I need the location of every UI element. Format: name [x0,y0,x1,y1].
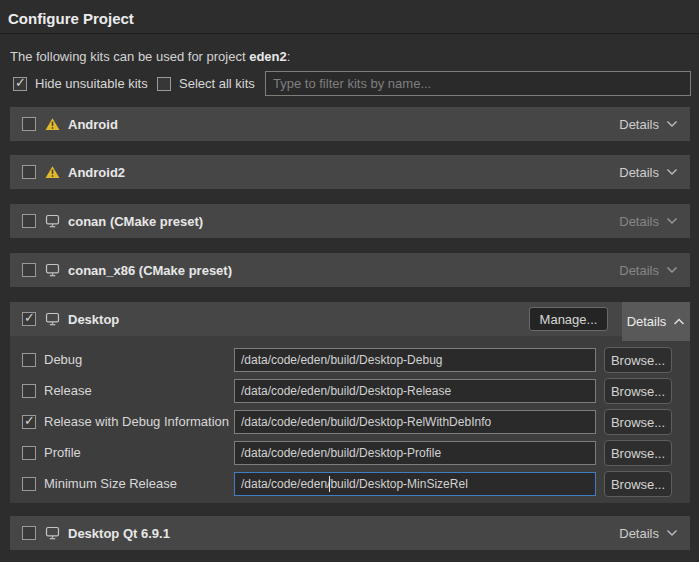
kit-checkbox[interactable] [22,526,36,540]
details-label: Details [619,117,659,132]
build-config-checkbox[interactable]: ✓ Release with Debug Information [22,414,229,429]
details-label: Details [627,314,667,329]
monitor-icon [44,526,60,540]
kit-checkbox[interactable] [22,117,36,131]
checkbox-box[interactable]: ✓ [22,415,36,429]
build-config-label: Release [44,383,92,398]
build-dir-input[interactable] [234,348,596,372]
browse-button[interactable]: Browse... [604,440,672,466]
select-all-kits-label: Select all kits [179,76,255,91]
kit-name: Desktop Qt 6.9.1 [68,526,170,541]
build-dir-input[interactable] [234,472,596,496]
kit-name: conan (CMake preset) [68,214,203,229]
configure-project-screen: Configure Project The following kits can… [0,0,699,562]
check-icon: ✓ [15,75,26,90]
build-dir-field [234,348,596,372]
checkbox-box[interactable] [22,384,36,398]
build-dir-field [234,441,596,465]
manage-kits-button[interactable]: Manage... [529,307,608,331]
check-icon: ✓ [24,413,35,428]
kit-row-android2[interactable]: Android2 Details [10,155,690,189]
details-toggle[interactable]: Details [617,253,680,287]
intro-prefix: The following kits can be used for proje… [10,49,249,64]
chevron-down-icon [666,217,678,225]
chevron-down-icon [666,168,678,176]
select-all-kits-checkbox[interactable]: Select all kits [157,76,255,91]
build-config-label: Minimum Size Release [44,476,177,491]
build-config-row-profile: Profile Browse... [10,441,690,465]
kit-checkbox[interactable] [22,165,36,179]
kit-name: Desktop [68,312,119,327]
details-label: Details [619,263,659,278]
build-dir-field-focused [234,472,596,496]
checkbox-box[interactable] [22,446,36,460]
build-dir-field [234,379,596,403]
warning-icon [44,117,60,131]
kit-name: conan_x86 (CMake preset) [68,263,232,278]
kit-checkbox[interactable] [22,263,36,277]
checkbox-box[interactable]: ✓ [13,77,27,91]
build-config-row-relwithdebinfo: ✓ Release with Debug Information Browse.… [10,410,690,434]
build-dir-input[interactable] [234,410,596,434]
page-title: Configure Project [8,10,134,27]
kit-filter-input[interactable] [265,71,691,96]
build-config-row-release: Release Browse... [10,379,690,403]
kit-section-desktop: ✓ Desktop Manage... Details Debug Browse… [10,302,690,503]
details-toggle[interactable]: Details [617,516,680,550]
details-toggle[interactable]: Details [617,204,680,238]
build-config-checkbox[interactable]: Profile [22,445,81,460]
details-toggle[interactable]: Details [617,107,680,141]
kit-row-desktop-qt-691[interactable]: Desktop Qt 6.9.1 Details [10,516,690,550]
build-config-label: Release with Debug Information [44,414,229,429]
warning-icon [44,165,60,179]
build-config-row-debug: Debug Browse... [10,348,690,372]
build-config-checkbox[interactable]: Minimum Size Release [22,476,177,491]
build-config-label: Profile [44,445,81,460]
text-cursor [329,476,330,492]
monitor-icon [44,263,60,277]
hide-unsuitable-kits-checkbox[interactable]: ✓ Hide unsuitable kits [13,76,148,91]
kit-name: Android2 [68,165,125,180]
intro-text: The following kits can be used for proje… [10,49,290,64]
build-config-label: Debug [44,352,82,367]
browse-button[interactable]: Browse... [604,471,672,497]
monitor-icon [44,214,60,228]
intro-suffix: : [287,49,291,64]
kit-row-conan[interactable]: conan (CMake preset) Details [10,204,690,238]
kit-filter-field [265,71,691,96]
kit-name: Android [68,117,118,132]
details-toggle[interactable]: Details [617,155,680,189]
build-dir-input[interactable] [234,379,596,403]
hide-unsuitable-kits-label: Hide unsuitable kits [35,76,148,91]
kit-checkbox[interactable] [22,214,36,228]
build-dir-input[interactable] [234,441,596,465]
build-config-checkbox[interactable]: Release [22,383,92,398]
chevron-down-icon [666,120,678,128]
browse-button[interactable]: Browse... [604,409,672,435]
chevron-down-icon [666,266,678,274]
kit-row-conan-x86[interactable]: conan_x86 (CMake preset) Details [10,253,690,287]
build-config-row-minsizerel: Minimum Size Release Browse... [10,472,690,496]
browse-button[interactable]: Browse... [604,378,672,404]
details-label: Details [619,526,659,541]
build-config-checkbox[interactable]: Debug [22,352,82,367]
chevron-up-icon [673,318,685,326]
kit-row-android[interactable]: Android Details [10,107,690,141]
check-icon: ✓ [24,310,35,325]
build-dir-field [234,410,596,434]
checkbox-box[interactable] [22,477,36,491]
chevron-down-icon [666,529,678,537]
project-name: eden2 [249,49,287,64]
details-label: Details [619,214,659,229]
details-toggle-expanded[interactable]: Details [622,302,690,341]
kit-checkbox[interactable]: ✓ [22,312,36,326]
checkbox-box[interactable] [22,353,36,367]
details-label: Details [619,165,659,180]
divider [0,33,699,34]
browse-button[interactable]: Browse... [604,347,672,373]
checkbox-box[interactable] [157,77,171,91]
monitor-icon [44,312,60,326]
